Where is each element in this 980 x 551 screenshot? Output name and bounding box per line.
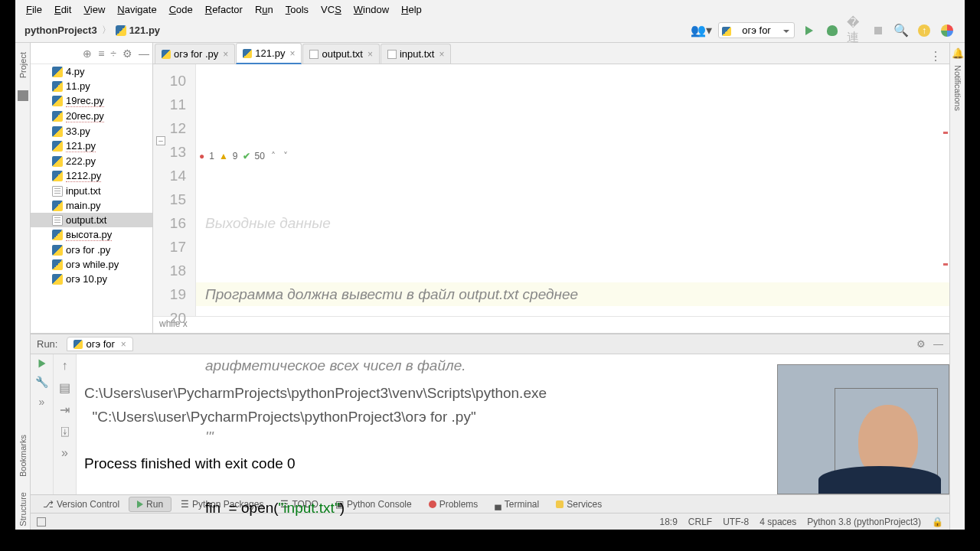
crumb-sep: 〉 [102,24,111,37]
debug-button[interactable] [824,22,841,39]
line-number[interactable]: 14 [153,164,186,187]
menubar: File Edit View Navigate Code Refactor Ru… [15,0,965,18]
tab-menu-icon[interactable]: ⋮ [922,49,949,64]
menu-edit[interactable]: Edit [48,2,77,17]
menu-vcs[interactable]: VCS [315,2,348,17]
hide-icon[interactable]: — [139,47,149,60]
tree-item-label: огэ while.py [66,259,119,270]
line-number[interactable]: 19 [153,282,186,306]
coverage-button[interactable]: �連 [847,22,864,39]
crumb-file[interactable]: 121.py [111,24,165,37]
project-tool-window: ⊕ ≡ ÷ ⚙ — 4.py11.py19rec.py20rec.py33.py… [31,43,153,333]
run-config-selector[interactable]: огэ for [718,22,795,38]
notifications-icon[interactable]: 🔔 [952,47,964,59]
menu-navigate[interactable]: Navigate [111,2,162,17]
stop-button[interactable] [870,22,887,39]
tree-item-label: 33.py [66,126,90,137]
rerun-icon[interactable] [38,360,45,368]
tree-item[interactable]: 222.py [31,154,152,168]
tree-item[interactable]: огэ while.py [31,257,152,272]
settings-icon[interactable]: ⚙ [122,47,132,60]
line-number[interactable]: 20 [153,306,186,330]
line-number[interactable]: 16 [153,211,186,235]
editor-tab[interactable]: input.txt× [381,44,452,64]
line-number[interactable]: 10 [153,69,186,93]
tree-item[interactable]: 1212.py [31,168,152,184]
project-tree[interactable]: 4.py11.py19rec.py20rec.py33.py121.py222.… [31,64,152,333]
line-number[interactable]: 11 [153,93,186,116]
menu-code[interactable]: Code [163,2,199,17]
tool-project[interactable]: Project [18,49,28,81]
line-number[interactable]: 17 [153,235,186,259]
tool-notifications[interactable]: Notifications [953,62,962,114]
menu-refactor[interactable]: Refactor [199,2,249,17]
python-icon [162,50,171,59]
collapse-all-icon[interactable]: ÷ [110,47,116,60]
tool-structure[interactable]: Structure [18,489,28,530]
line-number[interactable]: 18 [153,259,186,282]
gutter[interactable]: – 1011121314151617181920 [153,64,196,316]
up-icon[interactable]: ↑ [62,359,68,373]
chevron-down-icon[interactable]: ˅ [282,145,289,168]
code-with-me-icon[interactable]: 👥▾ [691,23,712,37]
modify-run-config-icon[interactable]: 🔧 [35,376,48,388]
run-button[interactable] [801,22,818,39]
python-icon [52,171,63,181]
fold-icon[interactable]: – [156,136,165,145]
ide-plugins-icon[interactable] [939,22,956,39]
close-icon[interactable]: × [289,48,295,59]
text-file-icon [387,50,397,59]
layout-icon[interactable]: ▤ [59,380,70,395]
select-opened-file-icon[interactable]: ⊕ [83,47,92,60]
python-icon [74,340,83,349]
python-icon [52,156,63,167]
menu-run[interactable]: Run [249,2,279,17]
editor-tab[interactable]: 121.py× [236,43,302,64]
editor-tab[interactable]: огэ for .py× [155,44,235,64]
tool-bookmarks[interactable]: Bookmarks [18,432,28,480]
expand-all-icon[interactable]: ≡ [98,47,104,60]
left-tool-rail: Project Bookmarks Structure [15,43,31,530]
menu-tools[interactable]: Tools [279,2,315,17]
editor-tab[interactable]: output.txt× [302,44,380,64]
more-icon[interactable]: » [39,396,45,408]
tree-item[interactable]: огэ for .py [31,243,152,257]
inspection-widget[interactable]: ●1 ▲9 ✔50 ˄ ˅ [199,145,943,168]
menu-file[interactable]: File [20,2,48,17]
tree-item-label: 19rec.py [66,95,104,107]
search-everywhere-icon[interactable]: 🔍 [893,22,910,39]
scroll-end-icon[interactable]: ⍗ [61,425,69,439]
close-icon[interactable]: × [439,49,444,60]
menu-view[interactable]: View [77,2,111,17]
crumb-project[interactable]: pythonProject3 [20,24,102,36]
status-icon[interactable] [37,517,46,527]
tree-item[interactable]: 121.py [31,139,152,154]
tree-item[interactable]: 33.py [31,124,152,139]
tree-item[interactable]: output.txt [31,213,152,227]
tree-item[interactable]: main.py [31,198,152,213]
run-tab[interactable]: огэ for× [67,337,132,351]
tab-label: output.txt [322,48,362,60]
close-icon[interactable]: × [223,49,228,60]
line-number[interactable]: 15 [153,187,186,211]
error-stripe[interactable] [942,64,949,316]
more-icon[interactable]: » [61,446,68,460]
ide-update-icon[interactable]: ↑ [916,22,933,39]
menu-help[interactable]: Help [395,2,428,17]
tree-item[interactable]: высота.py [31,227,152,243]
close-icon[interactable]: × [121,339,126,350]
python-icon [52,245,63,256]
tree-item-label: main.py [66,200,101,211]
tree-item[interactable]: 20rec.py [31,109,152,124]
menu-window[interactable]: Window [348,2,395,17]
tree-item[interactable]: огэ 10.py [31,272,152,286]
close-icon[interactable]: × [368,49,373,60]
tree-item[interactable]: 11.py [31,79,152,93]
chevron-up-icon[interactable]: ˄ [270,145,277,168]
project-icon[interactable] [18,90,28,101]
tree-item[interactable]: input.txt [31,184,152,198]
tree-item[interactable]: 4.py [31,64,152,79]
soft-wrap-icon[interactable]: ⇥ [60,403,70,417]
code-editor[interactable]: ●1 ▲9 ✔50 ˄ ˅ Выходные данные Программа … [196,64,949,316]
tree-item[interactable]: 19rec.py [31,93,152,109]
